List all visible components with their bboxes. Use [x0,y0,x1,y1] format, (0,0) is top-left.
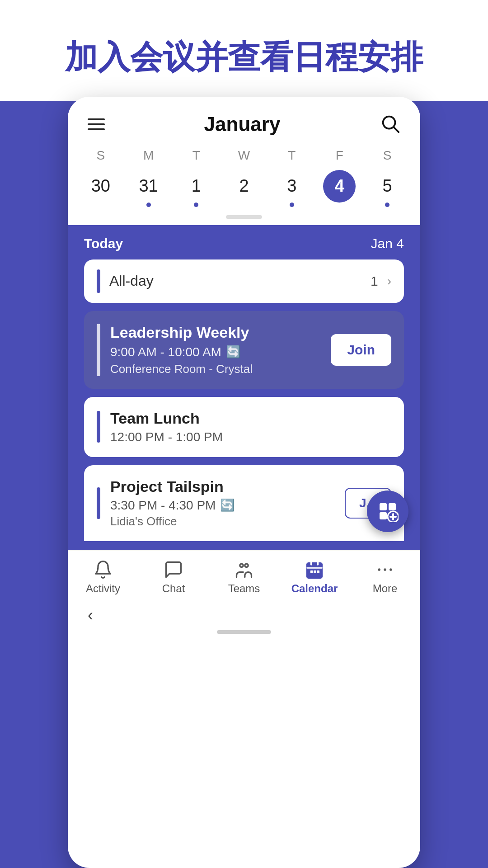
tailspin-accent [97,487,100,519]
home-bar [217,630,271,634]
svg-point-10 [245,564,248,567]
fab-container [367,491,408,532]
project-tailspin-card[interactable]: Project Tailspin 3:30 PM - 4:30 PM 🔄 Lid… [84,465,404,541]
chat-label: Chat [162,582,185,595]
phone-container: January S M T W T F S 30 [68,97,420,868]
day-name-s1: S [77,145,125,166]
back-button[interactable]: ‹ [88,606,93,625]
lunch-time: 12:00 PM - 1:00 PM [110,430,223,444]
nav-item-activity[interactable]: Activity [76,560,130,595]
date-cell-1[interactable]: 1 [172,170,220,208]
hero-title: 加入会议并查看日程安排 [36,36,452,79]
today-header: Today Jan 4 [84,225,404,259]
blue-section: Today Jan 4 All-day 1 › Leadership Weekl… [68,225,420,550]
svg-rect-4 [380,512,387,519]
tailspin-refresh-icon: 🔄 [220,498,235,512]
tailspin-location: Lidia's Office [110,514,345,528]
nav-item-chat[interactable]: Chat [146,560,201,595]
today-date: Jan 4 [371,236,404,251]
day-name-t1: T [172,145,220,166]
tailspin-info: Project Tailspin 3:30 PM - 4:30 PM 🔄 Lid… [110,478,345,528]
day-name-m: M [125,145,173,166]
activity-label: Activity [86,582,120,595]
lunch-info: Team Lunch 12:00 PM - 1:00 PM [110,410,223,444]
leadership-location: Conference Room - Crystal [110,362,331,376]
date-cell-2[interactable]: 2 [220,170,268,208]
leadership-info: Leadership Weekly 9:00 AM - 10:00 AM 🔄 C… [110,324,331,376]
date-cell-30[interactable]: 30 [77,170,125,208]
svg-point-18 [378,568,380,571]
team-lunch-card[interactable]: Team Lunch 12:00 PM - 1:00 PM [84,397,404,457]
nav-bar: ‹ [68,601,420,627]
month-title: January [204,113,281,136]
leadership-weekly-card[interactable]: Leadership Weekly 9:00 AM - 10:00 AM 🔄 C… [84,311,404,389]
allday-accent [97,269,100,293]
menu-icon[interactable] [88,118,105,130]
chevron-right-icon: › [387,274,391,288]
chat-icon [164,560,183,580]
lunch-accent [97,411,100,443]
svg-point-19 [384,568,386,571]
day-name-f: F [316,145,364,166]
date-cell-5[interactable]: 5 [363,170,411,208]
join-leadership-button[interactable]: Join [331,334,391,366]
nav-item-more[interactable]: More [358,560,412,595]
svg-rect-15 [310,570,313,573]
day-name-s2: S [363,145,411,166]
svg-point-9 [240,564,243,567]
leadership-accent [97,324,100,376]
bottom-nav: Activity Chat Teams [68,550,420,601]
tailspin-title: Project Tailspin [110,478,345,495]
leadership-title: Leadership Weekly [110,324,331,341]
svg-rect-2 [380,503,387,510]
date-cell-4-today[interactable]: 4 [316,170,364,208]
lunch-title: Team Lunch [110,410,223,427]
svg-point-0 [383,116,395,128]
more-label: More [373,582,398,595]
nav-item-calendar[interactable]: Calendar [287,560,342,595]
allday-card[interactable]: All-day 1 › [84,259,404,303]
calendar-icon [305,560,324,580]
teams-icon [234,560,254,580]
calendar-header: January [68,97,420,145]
nav-item-teams[interactable]: Teams [217,560,271,595]
date-cell-31[interactable]: 31 [125,170,173,208]
date-cell-3[interactable]: 3 [268,170,316,208]
today-label: Today [84,236,123,251]
allday-label: All-day [109,273,361,289]
day-name-t2: T [268,145,316,166]
activity-icon [93,560,113,580]
calendar-dates: 30 31 1 2 3 [68,170,420,215]
svg-rect-3 [389,503,396,510]
svg-rect-16 [314,570,316,573]
svg-rect-17 [317,570,320,573]
tailspin-time: 3:30 PM - 4:30 PM 🔄 [110,498,345,513]
refresh-icon: 🔄 [226,345,240,359]
add-event-fab[interactable] [367,491,408,532]
home-indicator [68,627,420,644]
svg-line-1 [394,127,399,132]
allday-count: 1 [371,274,378,289]
leadership-time: 9:00 AM - 10:00 AM 🔄 [110,345,331,359]
calendar-day-names: S M T W T F S [68,145,420,170]
teams-label: Teams [228,582,260,595]
more-icon [375,560,395,580]
day-name-w: W [220,145,268,166]
drag-handle [68,215,420,225]
search-icon[interactable] [380,113,400,136]
svg-point-20 [389,568,392,571]
calendar-label: Calendar [291,582,338,595]
